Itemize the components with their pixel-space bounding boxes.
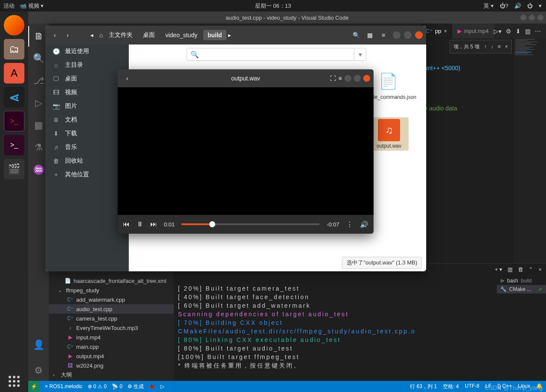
status-encoding[interactable]: UTF-8 [465,383,479,390]
status-ros[interactable]: × ROS1.melodic [45,383,83,389]
apps-grid-icon[interactable] [4,376,24,387]
system-menu-chevron[interactable]: ▾ [539,3,542,9]
close-panel-icon[interactable]: × [538,266,542,273]
accessibility-icon[interactable]: ⏻? [500,3,508,9]
hamburger-menu-button[interactable]: ≡ [377,29,389,41]
fm-maximize-button[interactable] [404,31,412,39]
volume-button[interactable]: 🔊 [360,220,368,229]
file-input-mp4[interactable]: ▶input.mp4 [49,333,174,342]
back-button[interactable]: ‹ [49,29,61,41]
software-icon[interactable]: A [4,63,24,83]
app-menu[interactable]: 📹 视频 ▾ [20,2,44,10]
mp-menu-icon[interactable]: ≡ [338,75,342,82]
status-debug[interactable]: 🐞 [149,383,155,389]
sidebar-documents[interactable]: 🗎文档 [45,113,129,127]
file-compile-commands[interactable]: 📄 compile_commands.json [368,70,408,104]
search-dropdown-icon[interactable]: ▾ [354,48,366,61]
sidebar-trash[interactable]: 🗑回收站 [45,154,129,168]
volume-icon[interactable]: 🔊 [514,3,521,9]
sidebar-desktop[interactable]: 🖵桌面 [45,72,129,86]
download-icon[interactable]: ⬇ [516,28,521,35]
terminal-output[interactable]: [ 20%] Built target camera_test [ 40%] B… [178,276,495,381]
outline-section[interactable]: ›大纲 [49,370,174,380]
search-button[interactable]: 🔍 [350,29,362,41]
file-camera-test[interactable]: C⁺camera_test.cpp [49,314,174,323]
sidebar-downloads[interactable]: ⬇下载 [45,127,129,140]
mp-maximize-button[interactable] [354,75,361,82]
sidebar-pictures[interactable]: 📷图片 [45,99,129,113]
terminal-tab-bash[interactable]: ⊳bash build [497,276,546,285]
prev-match-icon[interactable]: ↑ [484,44,487,50]
terminal-icon[interactable]: >_ [4,111,24,131]
file-mp3[interactable]: ♪EveryTimeWeTouch.mp3 [49,323,174,333]
path-toggle-button[interactable]: ◂ [86,29,98,41]
video-canvas[interactable] [118,87,374,215]
status-run[interactable]: ▷ [160,383,164,389]
fm-search-bar[interactable]: 🔍 ▾ [187,48,366,61]
accounts-icon[interactable]: 👤 [28,335,49,355]
view-toggle-button[interactable]: ▦ [364,29,376,41]
progress-bar[interactable] [181,223,320,225]
file-png[interactable]: 🖼w2024.png [49,361,174,370]
previous-button[interactable]: ⏮ [123,220,130,228]
progress-knob[interactable] [209,221,215,227]
kill-terminal-icon[interactable]: 🗑 [518,266,523,273]
more-icon[interactable]: ⋯ [535,28,541,35]
window-close-button[interactable] [537,15,543,21]
clock[interactable]: 星期一 06：13 [255,2,291,10]
sidebar-other[interactable]: +其他位置 [45,168,129,181]
mp-close-button[interactable] [363,75,370,82]
crumb-video-study[interactable]: video_study [161,30,202,40]
next-match-icon[interactable]: ↓ [491,44,493,50]
file-audio-test[interactable]: C⁺audio_test.cpp [49,304,174,314]
forward-button[interactable]: › [62,29,74,41]
vscode-icon[interactable]: ⋖ [4,87,24,107]
terminal2-icon[interactable]: >_ [4,135,24,155]
tab-input-mp4[interactable]: ▶input.mp4 [452,24,494,39]
run-button[interactable]: ▷▾ [494,28,501,35]
status-build[interactable]: ⚙ 生成 [128,383,144,390]
file-output-wav[interactable]: ♫ output.wav [369,117,409,151]
status-ports[interactable]: 📡 0 [112,383,122,389]
sidebar-music[interactable]: ♬音乐 [45,140,129,154]
selection-icon[interactable]: ≡ [498,44,501,50]
folder-ffmpeg[interactable]: ⌄ffmpeg_study [49,285,174,295]
power-icon[interactable]: ⏻ [527,3,533,9]
input-method[interactable]: 英 ▾ [484,2,494,10]
more-options-button[interactable]: ⋮ [346,220,353,229]
file-xml[interactable]: 📄haarcascade_frontalface_alt_tree.xml [49,276,174,285]
sidebar-home[interactable]: ⌂主目录 [45,58,129,72]
window-maximize-button[interactable] [529,15,535,21]
fullscreen-icon[interactable]: ⛶ [330,75,336,82]
status-problems[interactable]: ⊗ 0 ⚠ 0 [88,383,107,389]
minimap[interactable] [513,39,546,263]
files-icon[interactable]: 🗂 [4,39,24,59]
fm-close-button[interactable] [415,31,423,39]
crumb-build[interactable]: build [203,30,226,40]
crumb-desktop[interactable]: 桌面 [139,30,159,41]
status-cursor[interactable]: 行 63，列 1 [410,383,437,390]
close-icon[interactable]: × [444,28,447,34]
close-search-icon[interactable]: × [505,44,508,50]
window-minimize-button[interactable] [520,15,526,21]
remote-indicator[interactable]: ⚡ [28,381,40,392]
sidebar-recent[interactable]: 🕘最近使用 [45,45,129,58]
file-output-mp4[interactable]: ▶output.mp4 [49,351,174,361]
file-add-watermark[interactable]: C⁺add_watermark.cpp [49,295,174,304]
split-terminal-icon[interactable]: ▥ [507,266,513,273]
settings-gear-icon[interactable]: ⚙ [28,360,49,381]
maximize-panel-icon[interactable]: ⌃ [528,266,533,273]
terminal-tab-cmake[interactable]: 🔧CMake ... ✓ [497,285,546,294]
sidebar-videos[interactable]: 🎞视频 [45,86,129,99]
split-editor-icon[interactable]: ▥ [525,28,531,35]
settings-icon[interactable]: ⚙ [506,28,511,35]
next-button[interactable]: ⏭ [150,220,157,228]
mp-back-button[interactable]: ‹ [121,72,133,84]
new-terminal-icon[interactable]: + ▾ [495,266,502,273]
crumb-home[interactable]: 主文件夹 [104,30,137,41]
pause-button[interactable]: ⏸ [136,220,143,228]
firefox-icon[interactable] [4,15,24,36]
video-app-icon[interactable]: 🎬 [4,159,24,179]
fm-minimize-button[interactable] [393,31,401,39]
crumb-overflow-icon[interactable]: ▸ [228,32,231,39]
